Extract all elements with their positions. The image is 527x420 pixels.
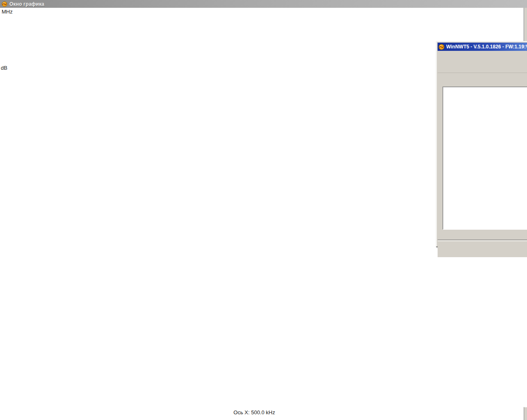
graph-window-title: Окно графика [9,1,44,7]
winnwt5-title: WinNWT5 - V.5.1.0.1826 - FW:1.19:V1 [446,44,527,50]
tab-bar [438,73,527,82]
y-axis-unit-label: dB [1,65,7,71]
winnwt5-titlebar[interactable]: WinNWT5 - V.5.1.0.1826 - FW:1.19:V1 [438,43,527,51]
app-sine-icon [2,1,7,7]
x-axis-caption: Ось X: 500.0 kHz [233,409,275,415]
app-content-area [438,82,527,257]
menu-bar [438,51,527,59]
background-window-edge [524,8,527,41]
x-axis-unit-label: MHz [2,9,13,15]
app-sine-icon [438,44,445,50]
separator [438,240,527,241]
winnwt5-window: WinNWT5 - V.5.1.0.1826 - FW:1.19:V1 [436,41,527,247]
measurement-info-panel [443,87,527,230]
toolbar [438,59,527,73]
background-window-corner [524,407,527,420]
graph-window-titlebar[interactable]: Окно графика [0,0,527,8]
